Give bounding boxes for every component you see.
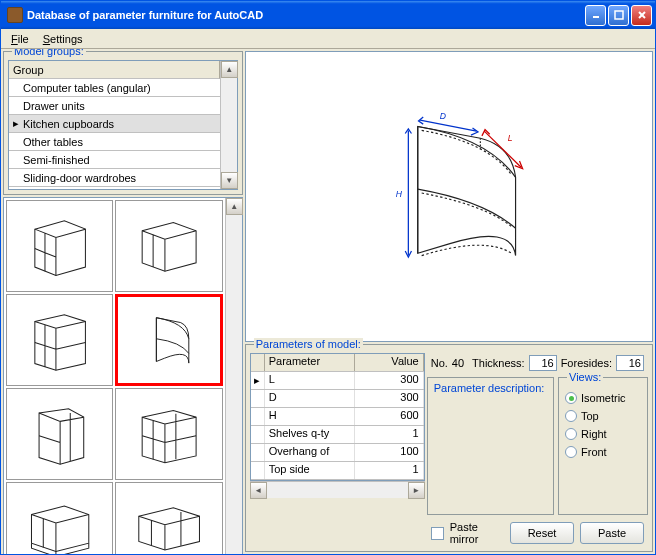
thickness-input[interactable] (529, 355, 557, 371)
param-row[interactable]: H600 (251, 408, 424, 426)
menu-settings[interactable]: Settings (37, 31, 89, 47)
model-thumb-3[interactable] (6, 294, 113, 386)
model-thumb-7[interactable] (6, 482, 113, 554)
view-top[interactable]: Top (565, 410, 641, 422)
param-row[interactable]: ▸L300 (251, 372, 424, 390)
reset-button[interactable]: Reset (510, 522, 574, 544)
view-front[interactable]: Front (565, 446, 641, 458)
svg-text:D: D (439, 110, 445, 120)
group-header: Group (9, 61, 220, 79)
param-row[interactable]: Top side1 (251, 462, 424, 480)
scroll-up-icon[interactable]: ▲ (226, 198, 243, 215)
scroll-up-icon[interactable]: ▲ (221, 61, 238, 78)
foresides-input[interactable] (616, 355, 644, 371)
model-thumb-2[interactable] (115, 200, 222, 292)
group-item[interactable]: ▸Kitchen cupboards (9, 115, 220, 133)
window-title: Database of parameter furniture for Auto… (27, 9, 263, 21)
view-right[interactable]: Right (565, 428, 641, 440)
paste-mirror-label: Paste mirror (450, 521, 490, 545)
no-value: 40 (452, 357, 464, 369)
maximize-button[interactable] (608, 5, 629, 26)
param-row[interactable]: Overhang of100 (251, 444, 424, 462)
group-item[interactable]: Other tables (9, 133, 220, 151)
foresides-label: Foresides: (561, 357, 612, 369)
param-scrollbar-h[interactable]: ◄ ► (250, 481, 425, 498)
groups-scrollbar[interactable]: ▲ ▼ (220, 61, 237, 189)
param-row[interactable]: D300 (251, 390, 424, 408)
paste-button[interactable]: Paste (580, 522, 644, 544)
scroll-down-icon[interactable]: ▼ (221, 172, 238, 189)
parameter-description: Parameter description: (427, 377, 554, 515)
close-button[interactable] (631, 5, 652, 26)
paste-mirror-checkbox[interactable] (431, 527, 444, 540)
parameter-table[interactable]: ParameterValue▸L300D300H600Shelves q-ty1… (250, 353, 425, 481)
thumbs-scrollbar[interactable]: ▲ ▼ (225, 198, 242, 554)
thickness-label: Thickness: (472, 357, 525, 369)
model-thumb-1[interactable] (6, 200, 113, 292)
svg-text:H: H (396, 189, 403, 199)
views-legend: Views: (567, 371, 603, 383)
scroll-right-icon[interactable]: ► (408, 482, 425, 499)
svg-rect-1 (615, 11, 623, 19)
group-item[interactable]: Semi-finished (9, 151, 220, 169)
group-item[interactable]: Sliding-door wardrobes (9, 169, 220, 187)
view-isometric[interactable]: Isometric (565, 392, 641, 404)
model-preview: H D L (245, 51, 653, 342)
group-item[interactable]: Drawer units (9, 97, 220, 115)
no-label: No. (431, 357, 448, 369)
menu-file[interactable]: File (5, 31, 35, 47)
app-icon (7, 7, 23, 23)
groups-legend: Model groups: (12, 49, 86, 57)
scroll-left-icon[interactable]: ◄ (250, 482, 267, 499)
group-item[interactable]: Computer tables (angular) (9, 79, 220, 97)
model-thumb-5[interactable] (6, 388, 113, 480)
parameters-legend: Parameters of model: (254, 338, 363, 350)
minimize-button[interactable] (585, 5, 606, 26)
param-row[interactable]: Shelves q-ty1 (251, 426, 424, 444)
svg-text:L: L (508, 132, 513, 142)
model-thumb-4[interactable] (115, 294, 222, 386)
model-thumb-8[interactable] (115, 482, 222, 554)
model-thumb-6[interactable] (115, 388, 222, 480)
